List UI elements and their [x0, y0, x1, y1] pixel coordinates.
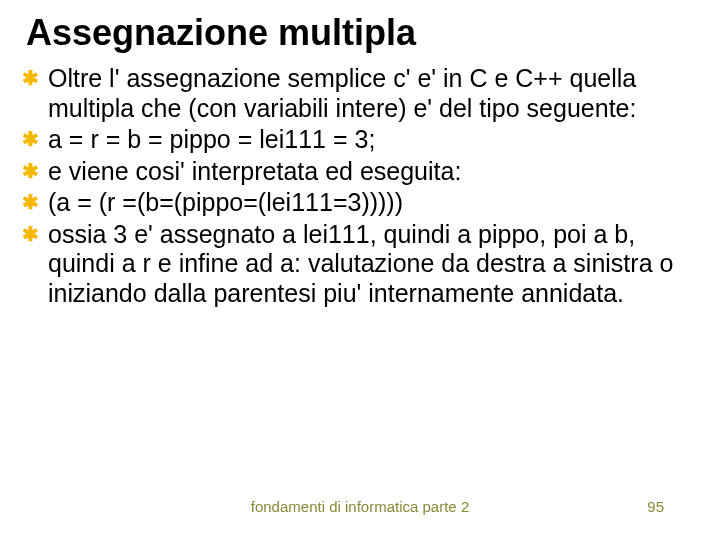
bullet-icon: ✱ — [22, 161, 42, 181]
slide-body: ✱ Oltre l' assegnazione semplice c' e' i… — [22, 64, 702, 310]
footer-center-text: fondamenti di informatica parte 2 — [0, 498, 720, 515]
list-item: ✱ a = r = b = pippo = lei111 = 3; — [22, 125, 702, 155]
list-item-text: (a = (r =(b=(pippo=(lei111=3))))) — [48, 188, 403, 216]
footer-page-number: 95 — [647, 498, 664, 515]
list-item: ✱ Oltre l' assegnazione semplice c' e' i… — [22, 64, 702, 123]
list-item: ✱ ossia 3 e' assegnato a lei111, quindi … — [22, 220, 702, 309]
bullet-icon: ✱ — [22, 129, 42, 149]
slide-footer: fondamenti di informatica parte 2 95 — [0, 498, 720, 518]
slide-title: Assegnazione multipla — [26, 12, 416, 54]
bullet-icon: ✱ — [22, 192, 42, 212]
list-item: ✱ (a = (r =(b=(pippo=(lei111=3))))) — [22, 188, 702, 218]
list-item-text: a = r = b = pippo = lei111 = 3; — [48, 125, 375, 153]
list-item-text: e viene cosi' interpretata ed eseguita: — [48, 157, 461, 185]
slide: Assegnazione multipla ✱ Oltre l' assegna… — [0, 0, 720, 540]
bullet-icon: ✱ — [22, 68, 42, 88]
list-item-text: ossia 3 e' assegnato a lei111, quindi a … — [48, 220, 673, 307]
list-item: ✱ e viene cosi' interpretata ed eseguita… — [22, 157, 702, 187]
bullet-icon: ✱ — [22, 224, 42, 244]
list-item-text: Oltre l' assegnazione semplice c' e' in … — [48, 64, 636, 122]
